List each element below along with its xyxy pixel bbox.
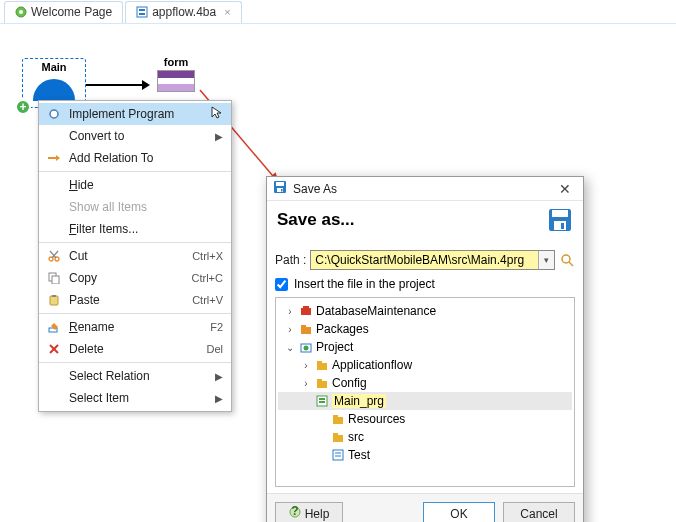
folder-icon [331, 412, 345, 426]
tab-appflow[interactable]: appflow.4ba × [125, 1, 242, 23]
tree-label: DatabaseMaintenance [316, 304, 436, 318]
relation-arrow [86, 84, 148, 86]
expand-icon[interactable]: › [284, 324, 296, 335]
tree-node-main-prg[interactable]: Main_prg [278, 392, 572, 410]
tree-node-dbmaint[interactable]: › DatabaseMaintenance [278, 302, 572, 320]
tab-label: Welcome Page [31, 5, 112, 19]
expand-icon[interactable]: › [284, 306, 296, 317]
menu-label: Add Relation To [69, 151, 223, 165]
collapse-icon[interactable]: ⌄ [284, 342, 296, 353]
menu-label: Show all Items [69, 200, 223, 214]
project-tree[interactable]: › DatabaseMaintenance › Packages ⌄ Proje… [275, 297, 575, 487]
svg-rect-42 [333, 417, 343, 424]
shortcut: Ctrl+X [192, 250, 223, 262]
menu-select-relation[interactable]: Select Relation ▶ [39, 365, 231, 387]
bullet-icon [43, 106, 65, 122]
menu-rename[interactable]: Rename F2 [39, 316, 231, 338]
node-main-label: Main [41, 61, 66, 73]
tree-node-test[interactable]: Test [278, 446, 572, 464]
cut-icon [43, 248, 65, 264]
node-form[interactable]: form [148, 56, 204, 92]
expand-icon[interactable]: › [300, 378, 312, 389]
svg-rect-32 [301, 325, 306, 328]
menu-paste[interactable]: Paste Ctrl+V [39, 289, 231, 311]
folder-icon [315, 358, 329, 372]
svg-rect-15 [52, 295, 56, 297]
svg-rect-40 [319, 398, 325, 400]
node-main-shape [33, 79, 75, 101]
svg-point-27 [562, 255, 570, 263]
tab-welcome[interactable]: Welcome Page [4, 1, 123, 23]
menu-implement-program[interactable]: Implement Program [39, 103, 231, 125]
svg-point-1 [19, 10, 23, 14]
dialog-heading: Save as... [277, 210, 547, 230]
ok-button[interactable]: OK [423, 502, 495, 522]
tree-node-resources[interactable]: Resources [278, 410, 572, 428]
close-icon[interactable]: × [224, 6, 230, 18]
svg-rect-13 [52, 276, 59, 284]
button-label: Help [305, 507, 330, 521]
folder-icon [331, 430, 345, 444]
tree-node-config[interactable]: › Config [278, 374, 572, 392]
menu-label: Select Item [69, 391, 211, 405]
svg-rect-30 [303, 306, 309, 309]
path-input[interactable] [310, 250, 555, 270]
button-label: Cancel [520, 507, 557, 521]
form-icon [157, 70, 195, 92]
svg-rect-45 [333, 433, 338, 436]
svg-rect-35 [317, 363, 327, 370]
rename-icon [43, 319, 65, 335]
help-icon: ? [289, 506, 301, 521]
menu-convert-to[interactable]: Convert to ▶ [39, 125, 231, 147]
menu-show-all: Show all Items [39, 196, 231, 218]
menu-label: Copy [69, 271, 188, 285]
menu-hide[interactable]: Hide [39, 174, 231, 196]
path-dropdown-button[interactable]: ▾ [538, 251, 554, 269]
module-icon [299, 304, 313, 318]
shortcut: Ctrl+V [192, 294, 223, 306]
svg-rect-4 [139, 13, 145, 15]
tree-node-project[interactable]: ⌄ Project [278, 338, 572, 356]
path-label: Path : [275, 253, 306, 267]
menu-select-item[interactable]: Select Item ▶ [39, 387, 231, 409]
svg-rect-14 [50, 296, 58, 305]
menu-delete[interactable]: Delete Del [39, 338, 231, 360]
svg-rect-41 [319, 401, 325, 403]
svg-rect-29 [301, 308, 311, 315]
submenu-arrow-icon: ▶ [215, 371, 223, 382]
test-icon [331, 448, 345, 462]
cancel-button[interactable]: Cancel [503, 502, 575, 522]
tree-node-src[interactable]: src [278, 428, 572, 446]
help-button[interactable]: ? Help [275, 502, 343, 522]
menu-add-relation[interactable]: Add Relation To [39, 147, 231, 169]
close-button[interactable]: ✕ [553, 181, 577, 197]
menu-label: Paste [69, 293, 188, 307]
svg-rect-25 [554, 221, 566, 230]
appflow-icon [136, 6, 148, 18]
tree-node-appflow[interactable]: › Applicationflow [278, 356, 572, 374]
tree-label: Main_prg [332, 394, 386, 408]
cursor-icon [211, 106, 223, 123]
svg-text:?: ? [291, 506, 298, 518]
svg-rect-38 [317, 379, 322, 382]
program-icon [315, 394, 329, 408]
insert-in-project-checkbox[interactable] [275, 278, 288, 291]
relation-icon [43, 150, 65, 166]
svg-rect-3 [139, 9, 145, 11]
tab-bar: Welcome Page appflow.4ba × [0, 0, 676, 24]
browse-icon[interactable] [559, 252, 575, 268]
menu-copy[interactable]: Copy Ctrl+C [39, 267, 231, 289]
tree-label: Applicationflow [332, 358, 412, 372]
add-icon[interactable]: + [15, 99, 31, 115]
svg-rect-24 [552, 210, 568, 217]
menu-filter-items[interactable]: Filter Items... [39, 218, 231, 240]
menu-label: Implement Program [69, 107, 207, 121]
tree-label: Config [332, 376, 367, 390]
tree-node-packages[interactable]: › Packages [278, 320, 572, 338]
menu-cut[interactable]: Cut Ctrl+X [39, 245, 231, 267]
project-icon [299, 340, 313, 354]
dialog-titlebar: Save As ✕ [267, 177, 583, 201]
guide-arrow [200, 90, 201, 91]
expand-icon[interactable]: › [300, 360, 312, 371]
menu-label: Filter Items... [69, 222, 223, 236]
